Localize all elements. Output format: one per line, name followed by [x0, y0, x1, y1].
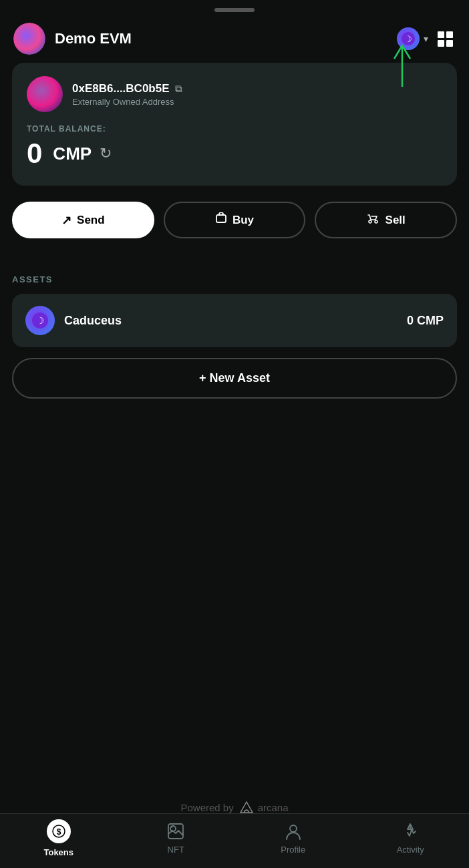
qr-button[interactable] [435, 29, 456, 49]
nft-icon [166, 822, 185, 841]
svg-rect-3 [216, 215, 226, 222]
buy-label: Buy [232, 214, 254, 227]
new-asset-label: + New Asset [199, 371, 270, 385]
tokens-label: Tokens [43, 847, 73, 857]
wallet-avatar [13, 23, 45, 55]
svg-point-11 [171, 827, 172, 828]
nav-item-activity[interactable]: Activity [352, 822, 470, 855]
new-asset-button[interactable]: + New Asset [12, 358, 457, 399]
caduceus-icon: ☽ [25, 306, 55, 335]
balance-row: 0 CMP ↻ [27, 138, 442, 170]
asset-balance: 0 CMP [407, 314, 444, 328]
account-type: Externally Owned Address [72, 97, 182, 107]
profile-icon [284, 822, 303, 841]
arcana-brand: arcana [258, 802, 289, 813]
send-label: Send [77, 214, 105, 227]
svg-text:$: $ [56, 827, 61, 837]
svg-rect-12 [168, 824, 183, 839]
activity-icon [401, 822, 420, 841]
balance-currency: CMP [53, 144, 92, 164]
account-info: 0xE8B6....BC0b5E ⧉ Externally Owned Addr… [72, 82, 182, 107]
drag-handle [0, 0, 469, 17]
send-button[interactable]: ↗ Send [12, 202, 154, 238]
profile-label: Profile [281, 845, 305, 855]
arcana-logo: arcana [239, 801, 289, 813]
sell-button[interactable]: Sell [315, 202, 457, 238]
tutorial-arrow [389, 40, 416, 96]
bottom-nav: $ Tokens NFT Profile [0, 813, 469, 868]
tokens-icon: $ [47, 819, 71, 843]
drag-bar [214, 8, 255, 12]
action-buttons: ↗ Send Buy Sell [12, 202, 457, 238]
balance-label: TOTAL BALANCE: [27, 124, 442, 134]
assets-label: ASSETS [12, 274, 457, 284]
balance-section: TOTAL BALANCE: 0 CMP ↻ [27, 124, 442, 170]
svg-text:☽: ☽ [36, 315, 45, 326]
copy-address-button[interactable]: ⧉ [175, 83, 182, 95]
asset-left: ☽ Caduceus [25, 306, 122, 335]
sell-icon [367, 212, 380, 228]
balance-amount: 0 [27, 138, 42, 170]
nav-item-tokens[interactable]: $ Tokens [0, 819, 118, 857]
nav-item-profile[interactable]: Profile [234, 822, 352, 855]
powered-by: Powered by arcana [0, 801, 469, 813]
svg-point-5 [375, 220, 377, 223]
sell-label: Sell [385, 214, 406, 227]
svg-point-4 [369, 220, 371, 223]
asset-item-caduceus[interactable]: ☽ Caduceus 0 CMP [12, 294, 457, 347]
account-row: 0xE8B6....BC0b5E ⧉ Externally Owned Addr… [27, 76, 442, 112]
account-avatar [27, 76, 63, 112]
send-icon: ↗ [61, 213, 71, 228]
wallet-title: Demo EVM [55, 30, 397, 47]
buy-button[interactable]: Buy [164, 202, 306, 238]
asset-name: Caduceus [64, 314, 122, 328]
account-address: 0xE8B6....BC0b5E [72, 82, 170, 95]
refresh-button[interactable]: ↻ [100, 145, 112, 162]
chevron-down-icon: ▾ [424, 33, 428, 44]
nft-label: NFT [168, 845, 184, 855]
address-row: 0xE8B6....BC0b5E ⧉ [72, 82, 182, 95]
nav-item-nft[interactable]: NFT [118, 822, 235, 855]
powered-prefix: Powered by [180, 802, 233, 813]
assets-section: ASSETS ☽ Caduceus 0 CMP [0, 254, 469, 347]
svg-point-13 [290, 825, 297, 832]
buy-icon [215, 212, 227, 228]
activity-label: Activity [397, 845, 424, 855]
